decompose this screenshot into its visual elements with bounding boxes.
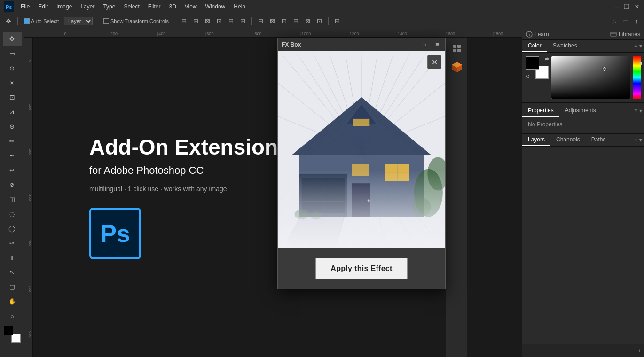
path-selection-btn[interactable]: ↖ [3,265,22,279]
menu-3d[interactable]: 3D [165,2,180,11]
wand-tool-btn[interactable]: ✴ [3,76,22,90]
tab-swatches[interactable]: Swatches [547,40,583,52]
eyedropper-tool-btn[interactable]: ⊿ [3,105,22,119]
fx-header-sep [431,41,431,48]
learn-btn[interactable]: i Learn [526,31,549,38]
auto-select-dropdown[interactable]: Layer Group [64,17,93,25]
foreground-color-swatch[interactable] [4,326,13,335]
ext-icon-3d-cube[interactable] [448,58,466,76]
fx-expand-btn[interactable]: » [420,40,429,49]
tool-color-swatch[interactable] [4,326,21,343]
tab-channels[interactable]: Channels [550,134,586,146]
distribute-icon-6[interactable]: ⊡ [315,16,324,25]
dodge-tool-btn[interactable]: ◯ [3,221,22,235]
fx-preview-image: ✕ [278,51,445,248]
foreground-color[interactable] [526,56,539,70]
share-icon[interactable]: ↑ [633,16,640,26]
auto-select-label: Auto-Select: [31,18,59,24]
layers-panel-collapse-icon[interactable]: ▾ [639,137,642,143]
menu-edit[interactable]: Edit [34,2,52,11]
menu-layer[interactable]: Layer [77,2,98,11]
show-transform-label: Show Transform Controls [110,18,169,24]
align-icon-3[interactable]: ⊠ [203,16,212,25]
crop-tool-btn[interactable]: ⊡ [3,90,22,104]
canvas-document-area: Add-On Extension for Adobe Photoshop CC … [33,38,522,357]
align-icon-5[interactable]: ⊟ [227,16,236,25]
tab-adjustments[interactable]: Adjustments [559,105,602,117]
panels-icon[interactable]: ▭ [620,16,630,26]
3d-icon[interactable]: ⊟ [333,16,342,25]
align-icon-2[interactable]: ⊞ [191,16,200,25]
menu-bar: Ps File Edit Image Layer Type Select Fil… [0,0,644,13]
distribute-icon-2[interactable]: ⊠ [268,16,277,25]
menu-image[interactable]: Image [53,2,76,11]
color-gradient-picker[interactable] [551,56,630,99]
ext-icon-grid[interactable] [448,39,466,57]
color-panel-expand-icon[interactable]: ≡ [634,43,637,49]
toolbar-separator-5 [328,17,329,25]
type-tool-btn[interactable]: T [3,250,22,264]
layers-panel-expand-icon[interactable]: ≡ [634,137,637,143]
history-brush-btn[interactable]: ↩ [3,163,22,177]
align-icon-4[interactable]: ⊡ [215,16,224,25]
layers-panel-icons: ≡ ▾ [634,134,644,146]
blur-tool-btn[interactable]: ◌ [3,207,22,221]
zoom-tool-btn[interactable]: ⌕ [3,309,22,323]
apply-effect-button[interactable]: Apply this Effect [315,258,408,279]
hand-tool-btn[interactable]: ✋ [3,294,22,308]
layers-add-btn[interactable]: + [638,348,641,354]
brush-tool-btn[interactable]: ✏ [3,134,22,148]
toolbar-separator-3 [175,17,175,25]
eraser-tool-btn[interactable]: ⊘ [3,178,22,192]
menu-select[interactable]: Select [120,2,143,11]
fx-menu-btn[interactable]: ≡ [433,40,441,49]
maximize-button[interactable]: ❐ [623,3,630,10]
menu-view[interactable]: View [181,2,201,11]
menu-file[interactable]: File [17,2,33,11]
properties-panel-collapse-icon[interactable]: ▾ [639,108,642,114]
minimize-button[interactable]: ─ [613,3,620,10]
rectangle-tool-btn[interactable]: ▢ [3,279,22,294]
stamp-tool-btn[interactable]: ✒ [3,148,22,163]
distribute-icon-3[interactable]: ⊡ [280,16,289,25]
tab-properties[interactable]: Properties [522,105,559,117]
swap-colors-icon[interactable]: ⇄ [545,56,549,62]
search-icon[interactable]: ⌕ [610,16,618,26]
tab-paths[interactable]: Paths [586,134,612,146]
healing-tool-btn[interactable]: ⊕ [3,119,22,133]
distribute-icon-5[interactable]: ⊠ [303,16,312,25]
marquee-tool-btn[interactable]: ▭ [3,47,22,61]
tab-color[interactable]: Color [522,40,547,52]
align-icon-1[interactable]: ⊟ [180,16,188,25]
color-panel-tabs: Color Swatches ≡ ▾ [522,40,644,53]
color-panel-collapse-icon[interactable]: ▾ [639,43,642,49]
learn-libraries-bar: i Learn Libraries [522,29,644,40]
color-gradient-display [551,56,630,99]
menu-window[interactable]: Window [202,2,229,11]
properties-panel-expand-icon[interactable]: ≡ [634,108,637,114]
properties-tabs: Properties Adjustments ≡ ▾ [522,105,644,117]
menu-filter[interactable]: Filter [144,2,165,11]
pen-tool-btn[interactable]: ✑ [3,236,22,250]
auto-select-checkbox[interactable] [24,18,30,24]
align-icon-6[interactable]: ⊞ [238,16,247,25]
reset-colors-icon[interactable]: ↺ [526,74,530,79]
distribute-icon-4[interactable]: ⊟ [291,16,300,25]
move-tool-btn[interactable]: ✥ [3,32,22,46]
close-button[interactable]: ✕ [634,3,640,10]
lasso-tool-btn[interactable]: ⊙ [3,61,22,75]
fx-close-button[interactable]: ✕ [427,55,441,69]
menu-type[interactable]: Type [99,2,119,11]
fx-panel-title: FX Box [282,41,301,48]
gradient-tool-btn[interactable]: ◫ [3,192,22,206]
auto-select-checkbox-area[interactable]: Auto-Select: [22,17,61,25]
distribute-icon-1[interactable]: ⊟ [256,16,265,25]
apply-effect-label: Apply this Effect [330,264,392,273]
menu-help[interactable]: Help [230,2,249,11]
libraries-btn[interactable]: Libraries [610,31,640,38]
svg-rect-2 [453,45,456,48]
color-panel: Color Swatches ≡ ▾ ⇄ ↺ [522,40,644,103]
tab-layers[interactable]: Layers [522,134,550,146]
show-transform-area[interactable]: Show Transform Controls [102,17,171,25]
show-transform-checkbox[interactable] [103,18,109,24]
